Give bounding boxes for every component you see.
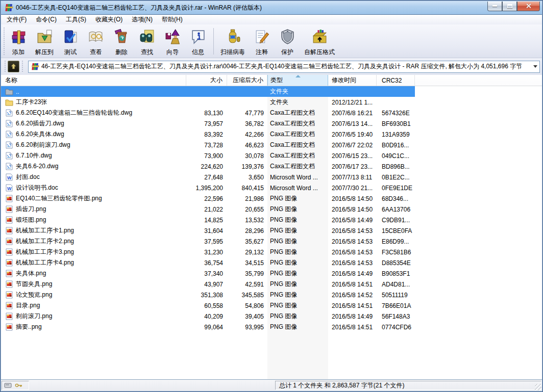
menu-item-2[interactable]: 命令(C) (31, 14, 61, 25)
type-text: PNG 图像 (270, 312, 297, 321)
type-text: PNG 图像 (270, 194, 297, 203)
toolbar-button-9[interactable]: 扫描病毒 (216, 26, 249, 58)
cell-packed: 42,266 (227, 129, 267, 140)
table-row[interactable]: 目录.png60,55854,806PNG 图像2016/5/8 14:517B… (1, 300, 415, 311)
name-text: 工序卡23张 (16, 98, 47, 107)
address-grip[interactable] (4, 61, 6, 73)
cell-packed: 21,986 (227, 193, 267, 204)
size-text: 43,907 (204, 281, 223, 288)
menu-item-4[interactable]: 收藏夹(O) (91, 14, 127, 25)
modified-text: 2007/7/13 8:11 (332, 174, 372, 181)
table-row[interactable]: 插齿刀.png21,02220,655PNG 图像2016/5/8 14:506… (1, 204, 415, 215)
cell-type: Caxa工程图文档 (267, 161, 328, 172)
maximize-button[interactable] (502, 2, 517, 11)
cell-modified: 2007/6/8 16:21 (328, 108, 377, 118)
toolbar-button-12[interactable]: 自解压格式 (300, 26, 339, 58)
table-row[interactable]: 剃前滚刀.png40,20939,405PNG 图像2016/5/8 14:49… (1, 311, 415, 322)
table-row[interactable]: 6.6.20夹具体.dwg83,39242,266Caxa工程图文档2007/6… (1, 129, 415, 140)
cell-size (186, 97, 227, 108)
table-row[interactable]: 机械加工工序卡4.png36,75434,515PNG 图像2016/5/8 1… (1, 257, 415, 268)
toolbar-button-3[interactable]: 测试 (58, 26, 83, 58)
cell-packed: 39,405 (227, 311, 267, 322)
window-title: 0046-工艺夹具-EQ140变速箱二轴三档齿轮工艺、刀具及夹具设计.rar -… (16, 4, 483, 12)
table-row[interactable]: 节圆夹具.png43,90742,591PNG 图像2016/5/8 14:51… (1, 279, 415, 290)
crc-text: 049C1C... (382, 152, 409, 160)
table-row[interactable]: 6.6.20插齿刀.dwg73,95736,782Caxa工程图文档2007/6… (1, 118, 415, 129)
table-row[interactable]: 6.6.20EQ140变速箱二轴三挡齿轮齿轮.dwg83,13047,779Ca… (1, 108, 415, 118)
table-row[interactable]: 机械加工工序卡3.png31,23029,132PNG 图像2016/5/8 1… (1, 247, 415, 257)
table-row[interactable]: W设计说明书.doc1,395,200840,415Microsoft Word… (1, 182, 415, 193)
archive-path-combobox[interactable]: 46-工艺夹具-EQ140变速箱二轴三档齿轮工艺、刀具及夹具设计.rar\004… (28, 61, 540, 73)
column-header-4[interactable]: 类型 (267, 75, 328, 86)
cell-name: 6.7.10件.dwg (1, 150, 186, 161)
key-icon[interactable] (15, 382, 23, 388)
modified-text: 2007/6/13 14... (332, 120, 373, 127)
table-row[interactable]: ..文件夹 (1, 86, 415, 97)
resize-grip[interactable] (535, 384, 541, 390)
table-row[interactable]: 机械加工工序卡2.png37,59535,627PNG 图像2016/5/8 1… (1, 236, 415, 247)
crc-text: 50511119 (382, 292, 408, 299)
size-text: 31,604 (204, 227, 223, 234)
table-row[interactable]: 论文预览.png351,308345,585PNG 图像2016/5/8 14:… (1, 290, 415, 300)
column-header-2[interactable]: 大小 (186, 75, 227, 86)
close-button[interactable] (517, 2, 540, 11)
toolbar-button-5[interactable]: 删除 (109, 26, 134, 58)
cell-type: PNG 图像 (267, 236, 328, 247)
cell-modified: 2016/5/8 14:53 (328, 257, 377, 268)
toolbar-grip[interactable] (3, 28, 5, 55)
cell-size: 1,395,200 (186, 182, 227, 193)
table-row[interactable]: 摘要..png99,06493,995PNG 图像2016/5/8 14:510… (1, 322, 415, 332)
menu-item-1[interactable]: 文件(F) (2, 14, 31, 25)
toolbar-button-4[interactable]: 查看 (83, 26, 109, 58)
size-text: 1,395,200 (196, 185, 223, 192)
table-row[interactable]: 机械加工工序卡1.png31,60428,296PNG 图像2016/5/8 1… (1, 225, 415, 236)
toolbar-button-7[interactable]: 向导 (160, 26, 185, 58)
cell-size: 73,728 (186, 140, 227, 150)
address-grip2[interactable] (21, 61, 23, 73)
title-bar[interactable]: 0046-工艺夹具-EQ140变速箱二轴三档齿轮工艺、刀具及夹具设计.rar -… (1, 1, 542, 15)
table-row[interactable]: 6.6.20剃前滚刀.dwg73,72846,623Caxa工程图文档2007/… (1, 140, 415, 150)
up-one-level-button[interactable] (8, 61, 19, 72)
toolbar-button-11[interactable]: 保护 (275, 26, 300, 58)
table-row[interactable]: 锻坯图.png14,82513,532PNG 图像2016/5/8 14:49C… (1, 215, 415, 225)
cell-modified: 2012/12/21 1... (328, 97, 377, 108)
type-text: 文件夹 (270, 98, 288, 107)
menu-item-3[interactable]: 工具(S) (61, 14, 91, 25)
cell-name: 工序卡23张 (1, 97, 186, 108)
crc-text: 0FE9E1DE (382, 185, 412, 192)
minimize-button[interactable] (487, 2, 502, 11)
type-text: Caxa工程图文档 (270, 151, 315, 160)
toolbar-button-1[interactable]: 添加 (6, 26, 31, 58)
toolbar-button-10[interactable]: 注释 (249, 26, 275, 58)
table-row[interactable]: 夹具体.png37,34035,799PNG 图像2016/5/8 14:49B… (1, 268, 415, 279)
menu-item-6[interactable]: 帮助(H) (157, 14, 187, 25)
cell-modified: 2016/5/8 14:49 (328, 311, 377, 322)
cell-type: PNG 图像 (267, 193, 328, 204)
column-header-6[interactable]: CRC32 (377, 75, 415, 86)
table-row[interactable]: 6.7.10件.dwg73,90030,078Caxa工程图文档2007/6/1… (1, 150, 415, 161)
toolbar-button-8[interactable]: 信息 (185, 26, 211, 58)
column-header-1[interactable]: 名称 (1, 75, 186, 86)
cell-modified: 2016/5/8 14:51 (328, 322, 377, 332)
toolbar-button-6[interactable]: 查找 (134, 26, 160, 58)
table-row[interactable]: 夹具6.6-20.dwg224,620139,376Caxa工程图文档2007/… (1, 161, 415, 172)
cell-type: PNG 图像 (267, 215, 328, 225)
toolbar-button-2[interactable]: 解压到 (31, 26, 58, 58)
toolbar-separator (213, 28, 214, 55)
name-text: 6.6.20剃前滚刀.dwg (16, 141, 70, 149)
column-header-3[interactable]: 压缩后大小 (227, 75, 267, 86)
extract-to-icon (36, 29, 53, 47)
chevron-down-icon[interactable] (531, 61, 539, 72)
table-row[interactable]: W封面.doc27,6483,650Microsoft Word ...2007… (1, 172, 415, 182)
toolbar-button-label: 查看 (90, 48, 102, 57)
type-text: Caxa工程图文档 (270, 119, 315, 128)
cell-modified: 2016/5/8 14:51 (328, 300, 377, 311)
cell-packed: 840,415 (227, 182, 267, 193)
table-row[interactable]: 工序卡23张文件夹2012/12/21 1... (1, 97, 415, 108)
table-row[interactable]: EQ140二轴三档齿轮零件图.png22,59621,986PNG 图像2016… (1, 193, 415, 204)
column-header-5[interactable]: 修改时间 (328, 75, 377, 86)
size-text: 73,900 (204, 152, 223, 160)
menu-item-5[interactable]: 选项(N) (127, 14, 157, 25)
disk-icon[interactable] (4, 382, 12, 388)
packed-text: 35,799 (245, 270, 264, 277)
